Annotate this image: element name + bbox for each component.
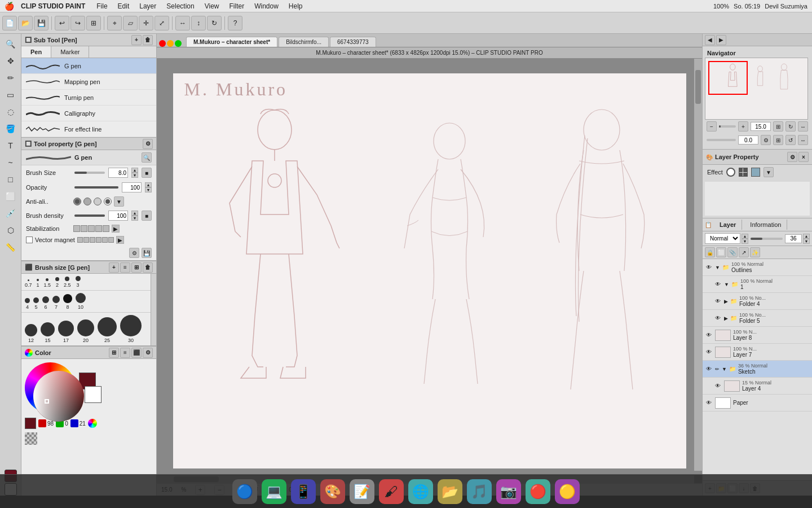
anti-alias-weak[interactable] (83, 198, 91, 205)
scale-button[interactable]: ⤢ (155, 16, 169, 30)
color-mode-icon[interactable] (88, 419, 97, 428)
layer-lock[interactable]: 🔒 (705, 247, 715, 257)
vec-seg-1[interactable] (77, 237, 83, 243)
dock-app6[interactable]: 📂 (438, 479, 462, 504)
brush-size-lock[interactable]: ■ (142, 168, 152, 178)
layer-opacity-input[interactable] (785, 234, 802, 243)
effect-btn-grid[interactable] (739, 168, 748, 177)
layer-item-folder4[interactable]: 👁 ▶ 📁 100 % No... Folder 4 (703, 293, 812, 310)
help-button[interactable]: ? (228, 16, 242, 30)
nav-tools-1[interactable]: ⚙ (761, 135, 771, 145)
brush-item-turnip-pen[interactable]: Turnip pen (21, 90, 156, 106)
effect-expand[interactable]: ▼ (764, 167, 774, 177)
brush-size-scrollbar[interactable] (151, 274, 156, 345)
vector-magnet-checkbox[interactable] (26, 237, 33, 243)
redo-button[interactable]: ↪ (70, 16, 85, 30)
apple-menu[interactable]: 🍎 (5, 2, 14, 11)
canvas-scrollbar-v[interactable] (694, 59, 702, 471)
size-item-25[interactable]: 25 (98, 317, 117, 343)
layer-item-1[interactable]: 👁 ▼ 📁 100 % Normal 1 (703, 276, 812, 293)
text-tool[interactable]: T (3, 138, 19, 154)
layer-item-layer4[interactable]: 👁 15 % Normal Layer 4 (703, 378, 812, 395)
color-pick-tool[interactable]: 💉 (3, 205, 19, 221)
layer-prop-close[interactable]: × (798, 152, 809, 162)
stabilization-expand[interactable]: ▶ (112, 225, 120, 233)
brush-size-grid[interactable]: ⊞ (131, 262, 142, 273)
vec-seg-4[interactable] (96, 237, 102, 243)
menu-window[interactable]: Window (250, 1, 283, 11)
anti-alias-none[interactable] (73, 198, 81, 205)
navigator-preview[interactable] (705, 58, 808, 120)
size-item-2.5[interactable]: 2.5 (64, 277, 71, 288)
nav-tools-4[interactable]: ↔ (798, 135, 808, 145)
canvas-bg[interactable]: M. Mukuro (173, 73, 686, 468)
menu-selection[interactable]: Selection (162, 1, 198, 11)
stab-seg-2[interactable] (81, 225, 87, 232)
size-item-3[interactable]: 3 (76, 276, 81, 288)
size-item-1.5[interactable]: 1.5 (44, 278, 51, 288)
layer-ref[interactable]: ↗ (739, 247, 749, 257)
sub-tool-add[interactable]: + (131, 35, 142, 45)
size-item-10[interactable]: 10 (76, 293, 86, 310)
size-item-17[interactable]: 17 (58, 321, 74, 343)
selection-tool[interactable]: ▭ (3, 87, 19, 103)
eye-layer4[interactable]: 👁 (714, 382, 722, 390)
opacity-slider[interactable] (74, 186, 118, 189)
anti-alias-strong[interactable] (104, 198, 112, 205)
layer-opacity-down[interactable]: ▼ (803, 239, 810, 244)
brush-size-stepper[interactable]: ▲ ▼ (131, 168, 138, 178)
shape-tool[interactable]: □ (3, 172, 19, 187)
eye-paper[interactable]: 👁 (705, 399, 713, 407)
layer-blend-select[interactable]: Normal (705, 233, 740, 244)
layer-clip[interactable]: 📎 (727, 247, 738, 257)
folder-expand-4[interactable]: ▶ (724, 299, 728, 304)
size-item-6[interactable]: 6 (42, 296, 49, 310)
folder-expand-1[interactable]: ▼ (724, 282, 729, 287)
brush-density-down[interactable]: ▼ (131, 216, 138, 221)
nav-zoom-in[interactable]: + (738, 121, 748, 132)
tool-property-save[interactable]: 💾 (142, 248, 152, 258)
tab-marker[interactable]: Marker (51, 46, 89, 58)
menu-filter[interactable]: Filter (224, 1, 249, 11)
layer-opacity-up[interactable]: ▲ (803, 234, 810, 239)
brush-density-input[interactable] (108, 211, 128, 221)
brush-density-up[interactable]: ▲ (131, 211, 138, 216)
blend-down[interactable]: ▼ (742, 239, 748, 244)
blend-up[interactable]: ▲ (742, 234, 748, 239)
size-item-30[interactable]: 30 (120, 315, 142, 343)
folder-expand-outlines[interactable]: ▼ (715, 265, 720, 270)
layer-prop-settings[interactable]: ⚙ (787, 152, 797, 162)
open-button[interactable]: 📂 (18, 16, 33, 30)
effect-btn-blue[interactable] (751, 168, 760, 177)
brush-item-for-effect[interactable]: For effect line (21, 121, 156, 137)
size-item-1[interactable]: 1 (37, 279, 39, 288)
ruler-tool[interactable]: 📏 (3, 239, 19, 255)
color-wheel[interactable] (25, 362, 76, 413)
color-settings[interactable]: ⚙ (143, 348, 153, 358)
move-tool[interactable]: ✥ (3, 53, 19, 69)
size-item-8[interactable]: 8 (63, 294, 72, 310)
brush-density-stepper[interactable]: ▲ ▼ (131, 211, 138, 221)
menu-view[interactable]: View (200, 1, 224, 11)
color-picker-dot[interactable] (45, 399, 49, 404)
move-button[interactable]: ✛ (139, 16, 153, 30)
rotate-button[interactable]: ↻ (207, 16, 222, 30)
layer-item-sketch[interactable]: 👁 ✏ ▼ 📁 36 % Normal Sketch (703, 361, 812, 378)
window-minimize[interactable] (167, 40, 174, 47)
brush-item-g-pen[interactable]: G pen (21, 58, 156, 74)
vec-seg-5[interactable] (102, 237, 108, 243)
right-panel-collapse[interactable]: ◀ (705, 35, 715, 45)
size-item-4[interactable]: 4 (25, 298, 30, 310)
window-close[interactable] (159, 40, 166, 47)
eye-sketch[interactable]: 👁 (705, 365, 713, 373)
save-button[interactable]: 💾 (34, 16, 48, 30)
eye-outlines[interactable]: 👁 (705, 264, 713, 271)
dock-app5[interactable]: 🌐 (408, 479, 433, 504)
pen-tool active[interactable]: ✏ (3, 70, 19, 86)
flip-h-button[interactable]: ↔ (175, 16, 190, 30)
zoom-tool[interactable]: 🔍 (3, 36, 19, 52)
nav-rotate-slider[interactable] (707, 139, 736, 141)
nav-tools-3[interactable]: ↺ (785, 135, 796, 145)
nav-rotate[interactable]: ↻ (785, 121, 796, 132)
effect-btn-circle[interactable] (726, 168, 735, 177)
